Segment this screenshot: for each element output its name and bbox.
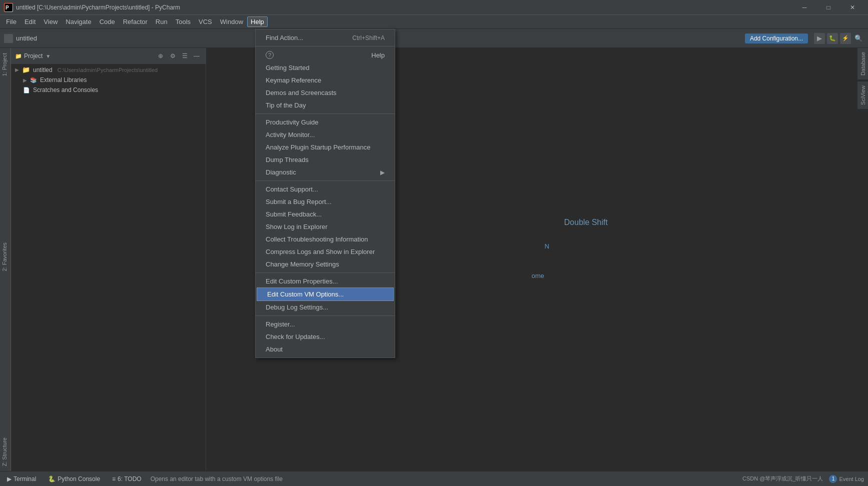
todo-tab[interactable]: ≡ 6: TODO bbox=[109, 474, 145, 484]
help-label: Help bbox=[371, 52, 385, 59]
menu-code[interactable]: Code bbox=[96, 16, 119, 28]
menu-refactor[interactable]: Refactor bbox=[119, 16, 152, 28]
menu-bar: File Edit View Navigate Code Refactor Ru… bbox=[0, 15, 868, 29]
menu-productivity-guide[interactable]: Productivity Guide bbox=[256, 116, 395, 128]
python-icon: 🐍 bbox=[48, 476, 56, 482]
tree-item-external-libraries[interactable]: ▶ 📚 External Libraries bbox=[11, 75, 206, 85]
open-n-hint: N bbox=[545, 242, 549, 250]
maximize-button[interactable]: □ bbox=[817, 0, 840, 15]
menu-change-memory[interactable]: Change Memory Settings bbox=[256, 258, 395, 270]
favorites-tab-label[interactable]: 2: Favorites bbox=[0, 238, 11, 276]
gear-icon[interactable]: ☰ bbox=[180, 51, 190, 61]
submit-bug-label: Submit a Bug Report... bbox=[266, 198, 332, 206]
menu-sep-1 bbox=[256, 46, 395, 46]
main-layout: 1: Project 2: Favorites Z: Structure 📁 P… bbox=[0, 48, 868, 471]
tree-scratches: Scratches and Consoles bbox=[33, 86, 98, 94]
about-label: About bbox=[266, 346, 283, 353]
menu-register[interactable]: Register... bbox=[256, 318, 395, 330]
project-tab-title: Project bbox=[24, 52, 43, 60]
bottom-status: CSDN @琴声浮或沉_听懂只一人 1 Event Log bbox=[742, 475, 864, 483]
structure-tab-label[interactable]: Z: Structure bbox=[0, 432, 11, 471]
terminal-tab[interactable]: ▶ Terminal bbox=[4, 474, 39, 484]
tip-of-day-label: Tip of the Day bbox=[266, 102, 306, 109]
double-shift-text: Double Shift bbox=[564, 218, 608, 226]
demos-label: Demos and Screencasts bbox=[266, 89, 337, 96]
submit-feedback-label: Submit Feedback... bbox=[266, 210, 322, 218]
menu-edit-custom-props[interactable]: Edit Custom Properties... bbox=[256, 275, 395, 288]
search-everywhere-button[interactable]: 🔍 bbox=[853, 33, 864, 44]
settings-icon[interactable]: ⚙ bbox=[168, 51, 178, 61]
python-console-tab[interactable]: 🐍 Python Console bbox=[45, 474, 103, 484]
menu-show-log[interactable]: Show Log in Explorer bbox=[256, 220, 395, 233]
locate-icon[interactable]: ⊕ bbox=[156, 51, 166, 61]
menu-compress-logs[interactable]: Compress Logs and Show in Explorer bbox=[256, 246, 395, 258]
menu-analyze-plugin[interactable]: Analyze Plugin Startup Performance bbox=[256, 141, 395, 154]
menu-about[interactable]: About bbox=[256, 343, 395, 356]
minimize-sidebar-icon[interactable]: — bbox=[192, 51, 202, 61]
menu-help[interactable]: Help bbox=[247, 16, 268, 27]
edit-custom-vm-label: Edit Custom VM Options... bbox=[267, 290, 344, 298]
menu-submit-feedback[interactable]: Submit Feedback... bbox=[256, 208, 395, 220]
menu-window[interactable]: Window bbox=[216, 16, 247, 28]
tree-item-untitled[interactable]: ▶ 📁 untitled C:\Users\admin\PycharmProje… bbox=[11, 64, 206, 75]
project-icon bbox=[4, 34, 13, 43]
menu-collect-troubleshooting[interactable]: Collect Troubleshooting Information bbox=[256, 233, 395, 246]
menu-keymap-reference[interactable]: Keymap Reference bbox=[256, 74, 395, 86]
menu-sep-3 bbox=[256, 180, 395, 181]
toolbar: untitled Add Configuration... ▶ 🐛 ⚡ 🔍 bbox=[0, 29, 868, 48]
title-bar-left: P untitled [C:\Users\admin\PycharmProjec… bbox=[4, 3, 180, 12]
right-panel-database[interactable]: Database bbox=[857, 48, 868, 80]
menu-view[interactable]: View bbox=[40, 16, 62, 28]
sidebar-header: 📁 Project ▼ ⊕ ⚙ ☰ — bbox=[11, 48, 206, 64]
terminal-label: Terminal bbox=[14, 476, 36, 482]
title-bar: P untitled [C:\Users\admin\PycharmProjec… bbox=[0, 0, 868, 15]
right-panel-sciview[interactable]: SciView bbox=[857, 82, 868, 109]
database-panel-label[interactable]: Database bbox=[860, 48, 866, 80]
change-memory-label: Change Memory Settings bbox=[266, 260, 339, 268]
debug-button[interactable]: 🐛 bbox=[827, 33, 838, 44]
menu-demos-screencasts[interactable]: Demos and Screencasts bbox=[256, 86, 395, 99]
project-tab-label[interactable]: 1: Project bbox=[0, 48, 11, 81]
menu-submit-bug[interactable]: Submit a Bug Report... bbox=[256, 196, 395, 208]
menu-activity-monitor[interactable]: Activity Monitor... bbox=[256, 128, 395, 141]
menu-check-updates[interactable]: Check for Updates... bbox=[256, 330, 395, 343]
run-button[interactable]: ▶ bbox=[814, 33, 825, 44]
menu-sep-5 bbox=[256, 316, 395, 316]
minimize-button[interactable]: ─ bbox=[793, 0, 816, 15]
project-tree: ▶ 📁 untitled C:\Users\admin\PycharmProje… bbox=[11, 64, 206, 95]
terminal-icon: ▶ bbox=[7, 476, 12, 482]
close-button[interactable]: ✕ bbox=[841, 0, 864, 15]
menu-dump-threads[interactable]: Dump Threads bbox=[256, 154, 395, 166]
menu-help-item[interactable]: ? Help bbox=[256, 48, 395, 62]
scratches-icon: 📄 bbox=[23, 87, 30, 94]
coverage-button[interactable]: ⚡ bbox=[840, 33, 851, 44]
menu-debug-log[interactable]: Debug Log Settings... bbox=[256, 301, 395, 314]
menu-edit[interactable]: Edit bbox=[21, 16, 40, 28]
tree-item-scratches[interactable]: 📄 Scratches and Consoles bbox=[11, 85, 206, 95]
tree-project-path: C:\Users\admin\PycharmProjects\untitled bbox=[58, 67, 158, 73]
right-panels: Database SciView bbox=[857, 48, 868, 471]
menu-run[interactable]: Run bbox=[152, 16, 172, 28]
menu-tip-of-day[interactable]: Tip of the Day bbox=[256, 99, 395, 112]
sciview-panel-label[interactable]: SciView bbox=[860, 82, 866, 109]
dropdown-arrow-icon: ▼ bbox=[46, 54, 51, 59]
folder-icon: 📁 bbox=[15, 53, 22, 60]
add-configuration-button[interactable]: Add Configuration... bbox=[745, 34, 808, 44]
event-log-button[interactable]: 1 Event Log bbox=[829, 475, 864, 483]
menu-edit-custom-vm[interactable]: Edit Custom VM Options... bbox=[257, 288, 394, 301]
menu-contact-support[interactable]: Contact Support... bbox=[256, 183, 395, 196]
edit-custom-props-label: Edit Custom Properties... bbox=[266, 278, 338, 285]
svg-text:P: P bbox=[6, 5, 9, 10]
menu-navigate[interactable]: Navigate bbox=[62, 16, 95, 28]
find-action-shortcut: Ctrl+Shift+A bbox=[352, 34, 385, 42]
ext-lib-arrow-icon: ▶ bbox=[23, 78, 27, 83]
project-tab[interactable]: 📁 Project ▼ bbox=[15, 52, 51, 60]
menu-tools[interactable]: Tools bbox=[172, 16, 195, 28]
menu-find-action[interactable]: Find Action... Ctrl+Shift+A bbox=[256, 32, 395, 44]
menu-getting-started[interactable]: Getting Started bbox=[256, 62, 395, 74]
menu-vcs[interactable]: VCS bbox=[195, 16, 216, 28]
menu-diagnostic[interactable]: Diagnostic ▶ bbox=[256, 166, 395, 178]
event-log-badge: 1 bbox=[829, 475, 837, 483]
menu-file[interactable]: File bbox=[2, 16, 21, 28]
sidebar-controls: ⊕ ⚙ ☰ — bbox=[156, 51, 202, 61]
